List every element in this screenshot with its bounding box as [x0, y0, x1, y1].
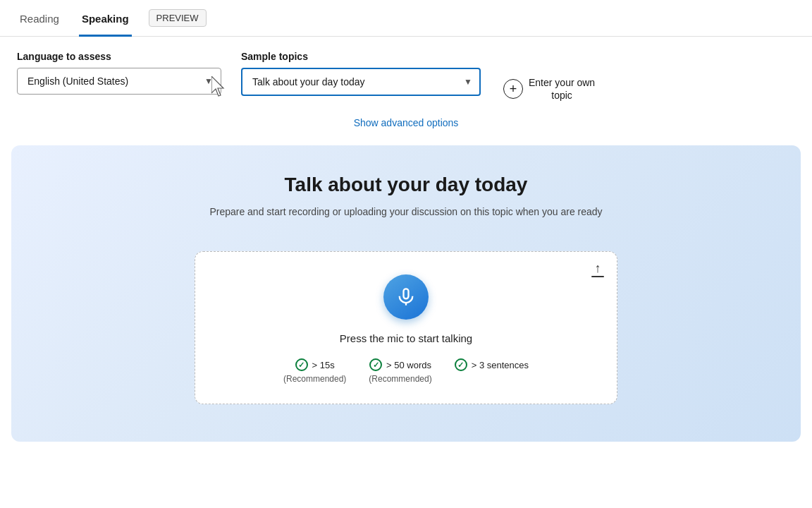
- check-icon-sentences: [455, 358, 467, 371]
- requirements-row: > 15s (Recommended) > 50 words (Recommen…: [283, 358, 529, 384]
- topic-title: Talk about your day today: [285, 174, 528, 196]
- topics-select-wrapper: Talk about your day today Describe your …: [241, 68, 481, 96]
- req-time: > 15s (Recommended): [283, 358, 346, 384]
- tab-preview[interactable]: PREVIEW: [149, 9, 207, 27]
- check-icon-words: [369, 358, 382, 371]
- tab-speaking[interactable]: Speaking: [79, 0, 132, 37]
- topic-subtitle: Prepare and start recording or uploading…: [209, 206, 602, 217]
- main-content-card: Talk about your day today Prepare and st…: [11, 145, 801, 442]
- mic-button[interactable]: [383, 274, 429, 320]
- upload-arrow-symbol: ↑: [595, 262, 601, 274]
- topics-select[interactable]: Talk about your day today Describe your …: [241, 68, 481, 96]
- tab-reading[interactable]: Reading: [17, 0, 62, 37]
- req-words: > 50 words (Recommended): [369, 358, 431, 384]
- req-words-label: > 50 words: [386, 360, 431, 370]
- req-time-sub: (Recommended): [283, 374, 346, 384]
- recording-card: ↑ Press the mic to start talking > 15s (…: [195, 251, 617, 404]
- plus-icon: +: [503, 79, 523, 99]
- enter-topic-label: Enter your owntopic: [529, 76, 595, 102]
- language-select-wrapper: English (United States) English (United …: [17, 68, 221, 95]
- req-words-sub: (Recommended): [369, 374, 431, 384]
- language-group: Language to assess English (United State…: [17, 51, 221, 95]
- mic-icon: [396, 287, 416, 307]
- upload-button[interactable]: ↑: [591, 262, 604, 277]
- upload-line: [591, 276, 604, 277]
- controls-row: Language to assess English (United State…: [17, 51, 795, 107]
- show-advanced-button[interactable]: Show advanced options: [17, 117, 795, 128]
- req-sentences-label: > 3 sentences: [472, 360, 529, 370]
- controls-area: Language to assess English (United State…: [0, 37, 812, 134]
- upload-icon: ↑: [591, 262, 604, 277]
- topics-group: Sample topics Talk about your day today …: [241, 51, 481, 96]
- req-sentences: > 3 sentences: [455, 358, 529, 371]
- check-icon-time: [295, 358, 308, 371]
- topics-label: Sample topics: [241, 51, 481, 62]
- req-time-label: > 15s: [312, 360, 335, 370]
- language-label: Language to assess: [17, 51, 221, 62]
- enter-topic-button[interactable]: + Enter your owntopic: [503, 71, 595, 107]
- tab-bar: Reading Speaking PREVIEW: [0, 0, 812, 37]
- language-select[interactable]: English (United States) English (United …: [17, 68, 221, 95]
- press-mic-text: Press the mic to start talking: [340, 332, 472, 344]
